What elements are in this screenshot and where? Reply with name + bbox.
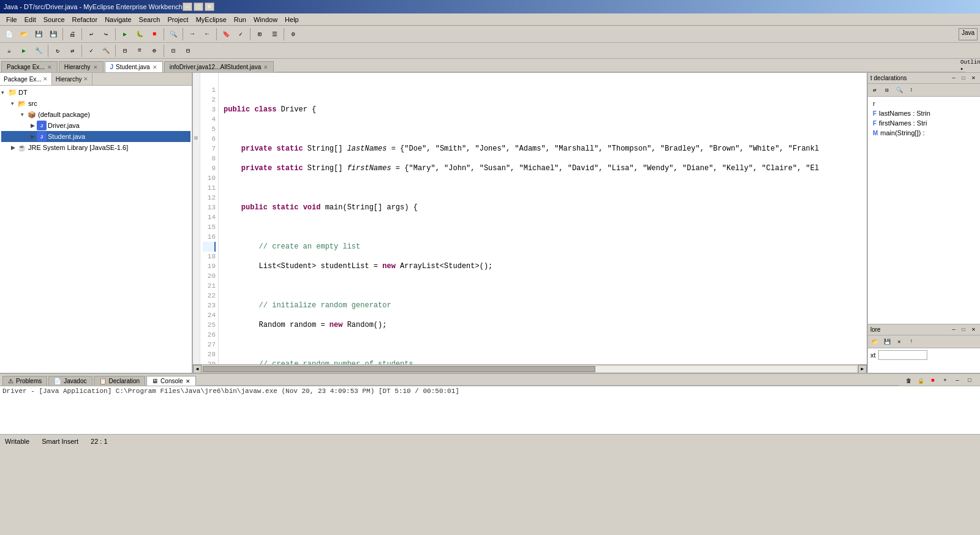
redo-button[interactable]: ↪ — [99, 28, 113, 41]
menu-window[interactable]: Window — [250, 15, 281, 24]
lp-tab-hierarchy-close[interactable]: ✕ — [83, 76, 88, 82]
save-button[interactable]: 💾 — [32, 28, 45, 41]
lp-tab-package-close[interactable]: ✕ — [43, 76, 48, 82]
console-stop-btn[interactable]: ■ — [927, 376, 938, 386]
menu-run[interactable]: Run — [230, 15, 250, 24]
prev-button[interactable]: ← — [200, 28, 214, 41]
configure-button[interactable]: ⚙ — [287, 28, 300, 41]
sync-button[interactable]: ⇄ — [66, 44, 79, 58]
close-button[interactable]: ✕ — [205, 2, 214, 11]
tab-package-explorer[interactable]: Package Ex... ✕ — [1, 61, 58, 72]
scroll-left-btn[interactable]: ◀ — [193, 365, 202, 373]
bottom-tab-javadoc[interactable]: 📄 Javadoc — [48, 376, 92, 386]
expand-arrow-student[interactable]: ▶ — [31, 133, 37, 140]
next-button[interactable]: → — [186, 28, 199, 41]
expand-arrow-jre[interactable]: ▶ — [11, 144, 17, 151]
toggle-button[interactable]: ⊞ — [253, 28, 266, 41]
hierarchy-button[interactable]: ⊕ — [148, 44, 161, 58]
outline-sync-btn[interactable]: ⇄ — [869, 85, 880, 95]
expand-arrow-src[interactable]: ▾ — [11, 100, 17, 107]
fold-marker-class[interactable]: ⊟ — [193, 134, 199, 143]
tree-item-jre[interactable]: ▶ ☕ JRE System Library [JavaSE-1.6] — [1, 142, 190, 153]
explore-btn1[interactable]: 📂 — [869, 337, 880, 346]
tab-info-driver-close[interactable]: ✕ — [263, 64, 268, 70]
tab-hierarchy-close[interactable]: ✕ — [93, 64, 98, 70]
build-button[interactable]: 🔨 — [99, 44, 113, 58]
tab-student-close[interactable]: ✕ — [153, 64, 157, 70]
console-new-btn[interactable]: + — [940, 376, 951, 386]
tree-item-driver-java[interactable]: ▶ J Driver.java — [1, 120, 190, 131]
menu-search[interactable]: Search — [135, 15, 164, 24]
save-all-button[interactable]: 💾 — [47, 28, 60, 41]
bottom-tab-declaration[interactable]: 📋 Declaration — [94, 376, 146, 386]
console-clear-btn[interactable]: 🗑 — [903, 376, 914, 386]
bottom-tab-problems[interactable]: ⚠ Problems — [2, 376, 47, 386]
menu-myeclipse[interactable]: MyEclipse — [192, 15, 230, 24]
outline-filter-btn[interactable]: 🔍 — [894, 85, 905, 95]
console-scroll-lock-btn[interactable]: 🔒 — [915, 376, 926, 386]
stop-button[interactable]: ■ — [148, 28, 161, 41]
run-button[interactable]: ▶ — [118, 28, 132, 41]
open-button[interactable]: 📂 — [17, 28, 31, 41]
java-debug-btn[interactable]: 🔧 — [32, 44, 45, 58]
h-scrollbar-thumb[interactable] — [203, 366, 595, 372]
outline-item-main[interactable]: M main(String[]) : — [870, 128, 978, 138]
outline-collapse-btn[interactable]: ⊟ — [881, 85, 892, 95]
menu-help[interactable]: Help — [281, 15, 303, 24]
menu-source[interactable]: Source — [40, 15, 69, 24]
explore-minimize-btn[interactable]: ─ — [949, 326, 958, 334]
menu-refactor[interactable]: Refactor — [69, 15, 102, 24]
code-editor[interactable]: ⊟ 1 2 3 4 5 6 7 8 — [193, 73, 867, 364]
menu-file[interactable]: File — [2, 15, 21, 24]
bookmark-button[interactable]: 🔖 — [219, 28, 233, 41]
new-button[interactable]: 📄 — [2, 28, 16, 41]
tree-item-src[interactable]: ▾ 📂 src — [1, 98, 190, 109]
outline-maximize-btn[interactable]: □ — [959, 74, 968, 83]
search-button[interactable]: 🔍 — [167, 28, 180, 41]
minimize-editor-button[interactable]: ⊟ — [181, 44, 195, 58]
print-button[interactable]: 🖨 — [66, 28, 79, 41]
format-button[interactable]: ⊟ — [118, 44, 132, 58]
h-scrollbar[interactable]: ◀ ▶ — [193, 364, 867, 373]
outline-item-firstnames[interactable]: F firstNames : Stri — [870, 118, 978, 128]
code-content[interactable]: public class Driver { private static Str… — [219, 73, 867, 364]
outline-close-btn[interactable]: ✕ — [969, 74, 978, 83]
test-button[interactable]: ✓ — [85, 44, 98, 58]
java-run-button[interactable]: ▶ — [17, 44, 31, 58]
maximize-editor-button[interactable]: ⊡ — [167, 44, 180, 58]
task-button[interactable]: ✓ — [234, 28, 247, 41]
explore-search-input[interactable] — [878, 350, 927, 360]
menu-project[interactable]: Project — [164, 15, 192, 24]
expand-arrow-driver[interactable]: ▶ — [31, 122, 37, 129]
tab-hierarchy[interactable]: Hierarchy ✕ — [59, 61, 104, 72]
outline-item-lastnames[interactable]: F lastNames : Strin — [870, 108, 978, 118]
lp-tab-hierarchy[interactable]: Hierarchy ✕ — [52, 73, 92, 85]
view-button[interactable]: ☰ — [268, 28, 281, 41]
console-maximize-btn[interactable]: □ — [964, 376, 975, 386]
tab-student-java[interactable]: J Student.java ✕ — [105, 61, 163, 72]
outline-toggle-right[interactable]: Outline ▸ — [965, 59, 979, 72]
lp-tab-package-explorer[interactable]: Package Ex... ✕ — [0, 73, 52, 85]
expand-arrow-dt[interactable]: ▾ — [1, 89, 7, 95]
expand-arrow-pkg[interactable]: ▾ — [21, 111, 27, 118]
java-new-button[interactable]: ☕ — [2, 44, 16, 58]
perspective-label[interactable]: Java — [959, 28, 978, 40]
h-scrollbar-track[interactable] — [203, 366, 857, 372]
debug-button[interactable]: 🐛 — [133, 28, 146, 41]
bottom-tab-console[interactable]: 🖥 Console ✕ — [146, 376, 196, 386]
explore-maximize-btn[interactable]: □ — [959, 326, 968, 334]
outline-button[interactable]: ≡ — [133, 44, 146, 58]
outline-minimize-btn[interactable]: ─ — [949, 74, 958, 83]
minimize-button[interactable]: ─ — [183, 2, 192, 11]
outline-sort-btn[interactable]: ↕ — [906, 85, 917, 95]
explore-close-btn[interactable]: ✕ — [969, 326, 978, 334]
tree-item-dt[interactable]: ▾ 📁 DT — [1, 87, 190, 98]
maximize-button[interactable]: □ — [194, 2, 203, 11]
tree-item-student-java[interactable]: ▶ J Student.java — [1, 131, 190, 142]
refresh-button[interactable]: ↻ — [51, 44, 64, 58]
tab-package-explorer-close[interactable]: ✕ — [47, 64, 52, 70]
scroll-right-btn[interactable]: ▶ — [858, 365, 867, 373]
menu-edit[interactable]: Edit — [21, 15, 40, 24]
console-close[interactable]: ✕ — [186, 378, 190, 384]
console-minimize-btn[interactable]: ─ — [952, 376, 963, 386]
